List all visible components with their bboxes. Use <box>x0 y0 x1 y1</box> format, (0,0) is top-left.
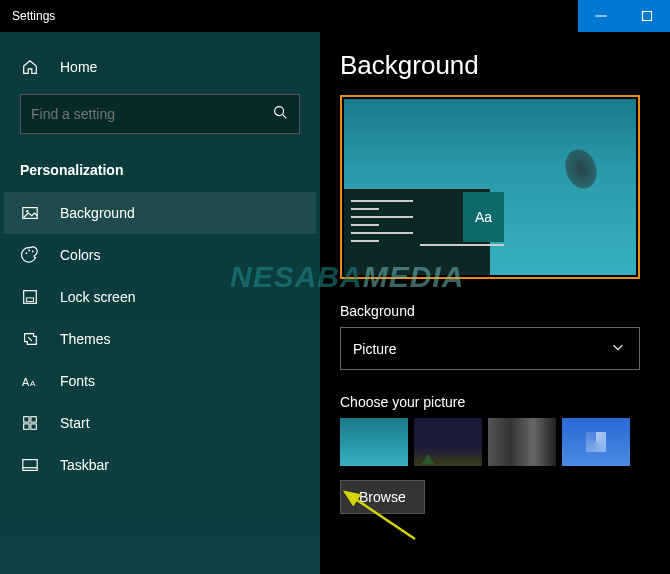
svg-rect-15 <box>24 424 29 429</box>
svg-rect-13 <box>24 417 29 422</box>
window-title: Settings <box>0 9 55 23</box>
home-label: Home <box>60 59 97 75</box>
sidebar-item-start[interactable]: Start <box>4 402 316 444</box>
picture-thumb-4[interactable] <box>562 418 630 466</box>
preview-sample-text: Aa <box>463 192 504 242</box>
picture-icon <box>20 204 40 222</box>
home-icon <box>20 58 40 76</box>
svg-point-2 <box>275 107 284 116</box>
start-icon <box>20 414 40 432</box>
palette-icon <box>20 246 40 264</box>
svg-rect-17 <box>23 460 37 471</box>
nav-label: Taskbar <box>60 457 109 473</box>
themes-icon <box>20 330 40 348</box>
picture-thumbnails <box>340 418 650 466</box>
svg-point-5 <box>26 210 28 212</box>
sidebar-item-fonts[interactable]: AA Fonts <box>4 360 316 402</box>
preview-tiles: Aa <box>420 192 504 272</box>
maximize-button[interactable] <box>624 0 670 32</box>
nav-label: Fonts <box>60 373 95 389</box>
desktop-preview: Aa <box>344 99 636 275</box>
svg-rect-14 <box>31 417 36 422</box>
browse-button[interactable]: Browse <box>340 480 425 514</box>
background-dropdown-label: Background <box>340 303 650 319</box>
picture-thumb-1[interactable] <box>340 418 408 466</box>
fonts-icon: AA <box>20 372 40 390</box>
dropdown-value: Picture <box>353 341 397 357</box>
svg-text:A: A <box>22 376 30 388</box>
titlebar: Settings <box>0 0 670 32</box>
background-dropdown[interactable]: Picture <box>340 327 640 370</box>
taskbar-icon <box>20 456 40 474</box>
minimize-button[interactable] <box>578 0 624 32</box>
content-pane: Background Aa Background Picture <box>320 32 670 574</box>
sidebar: Home Personalization Background Colors <box>0 32 320 574</box>
search-box[interactable] <box>20 94 300 134</box>
sidebar-item-lockscreen[interactable]: Lock screen <box>4 276 316 318</box>
section-header: Personalization <box>4 154 316 192</box>
svg-point-7 <box>28 250 30 252</box>
nav-label: Colors <box>60 247 100 263</box>
window-controls <box>578 0 670 32</box>
home-nav-item[interactable]: Home <box>4 48 316 86</box>
preview-highlight: Aa <box>340 95 640 279</box>
svg-point-8 <box>32 251 34 253</box>
picture-thumb-3[interactable] <box>488 418 556 466</box>
svg-rect-1 <box>643 12 652 21</box>
search-input[interactable] <box>31 106 271 122</box>
search-icon <box>271 103 289 125</box>
chevron-down-icon <box>609 338 627 359</box>
choose-picture-label: Choose your picture <box>340 394 650 410</box>
picture-thumb-2[interactable] <box>414 418 482 466</box>
svg-rect-16 <box>31 424 36 429</box>
sidebar-item-colors[interactable]: Colors <box>4 234 316 276</box>
nav-label: Background <box>60 205 135 221</box>
nav-label: Start <box>60 415 90 431</box>
sidebar-item-background[interactable]: Background <box>4 192 316 234</box>
svg-rect-10 <box>26 298 33 302</box>
sidebar-item-themes[interactable]: Themes <box>4 318 316 360</box>
svg-point-6 <box>26 252 28 254</box>
nav-label: Lock screen <box>60 289 135 305</box>
preview-start-menu <box>347 192 417 272</box>
sidebar-item-taskbar[interactable]: Taskbar <box>4 444 316 486</box>
svg-text:A: A <box>30 379 36 388</box>
svg-line-3 <box>283 115 287 119</box>
nav-label: Themes <box>60 331 111 347</box>
page-title: Background <box>340 50 650 81</box>
lockscreen-icon <box>20 288 40 306</box>
